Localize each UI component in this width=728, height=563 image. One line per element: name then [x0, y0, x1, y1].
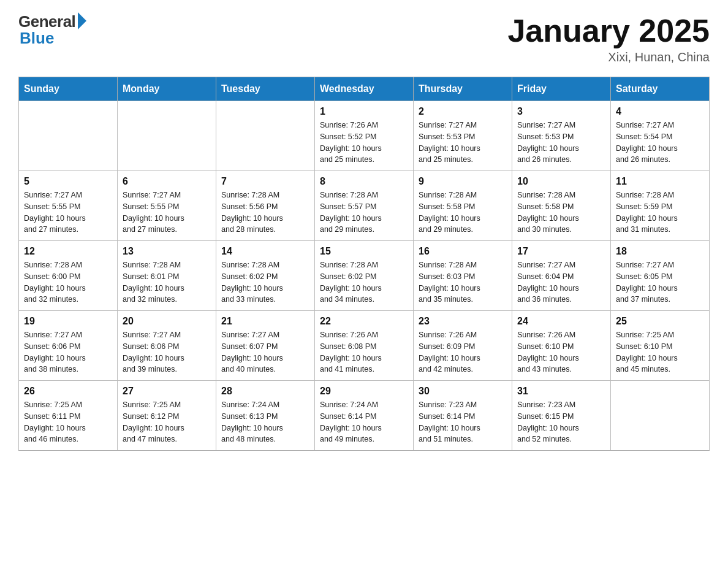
day-number: 27 — [123, 386, 211, 397]
calendar-cell — [611, 381, 710, 451]
calendar-cell: 7Sunrise: 7:28 AMSunset: 5:56 PMDaylight… — [216, 171, 315, 241]
calendar-week-row: 26Sunrise: 7:25 AMSunset: 6:11 PMDayligh… — [19, 381, 710, 451]
day-number: 15 — [320, 246, 408, 257]
calendar-cell: 18Sunrise: 7:27 AMSunset: 6:05 PMDayligh… — [611, 241, 710, 311]
calendar-cell: 9Sunrise: 7:28 AMSunset: 5:58 PMDaylight… — [414, 171, 512, 241]
calendar-header-sunday: Sunday — [19, 77, 118, 101]
day-number: 23 — [419, 316, 507, 327]
page-header: General Blue January 2025 Xixi, Hunan, C… — [18, 12, 710, 64]
calendar-header-friday: Friday — [512, 77, 611, 101]
calendar-cell: 4Sunrise: 7:27 AMSunset: 5:54 PMDaylight… — [611, 101, 710, 171]
day-number: 22 — [320, 316, 408, 327]
calendar-cell: 23Sunrise: 7:26 AMSunset: 6:09 PMDayligh… — [414, 311, 512, 381]
calendar-header-row: SundayMondayTuesdayWednesdayThursdayFrid… — [19, 77, 710, 101]
calendar-cell: 29Sunrise: 7:24 AMSunset: 6:14 PMDayligh… — [315, 381, 414, 451]
calendar-cell: 12Sunrise: 7:28 AMSunset: 6:00 PMDayligh… — [19, 241, 118, 311]
day-number: 1 — [320, 106, 408, 117]
calendar-header-saturday: Saturday — [611, 77, 710, 101]
logo: General Blue — [18, 12, 86, 48]
day-number: 20 — [123, 316, 211, 327]
calendar-week-row: 1Sunrise: 7:26 AMSunset: 5:52 PMDaylight… — [19, 101, 710, 171]
calendar-cell: 19Sunrise: 7:27 AMSunset: 6:06 PMDayligh… — [19, 311, 118, 381]
calendar-cell: 13Sunrise: 7:28 AMSunset: 6:01 PMDayligh… — [118, 241, 216, 311]
calendar-header-monday: Monday — [118, 77, 216, 101]
day-number: 5 — [24, 176, 112, 187]
calendar-cell: 8Sunrise: 7:28 AMSunset: 5:57 PMDaylight… — [315, 171, 414, 241]
logo-blue-text: Blue — [20, 29, 54, 48]
day-info: Sunrise: 7:28 AMSunset: 6:02 PMDaylight:… — [320, 259, 408, 305]
calendar-cell: 27Sunrise: 7:25 AMSunset: 6:12 PMDayligh… — [118, 381, 216, 451]
day-info: Sunrise: 7:26 AMSunset: 6:09 PMDaylight:… — [419, 329, 507, 375]
day-number: 18 — [616, 246, 704, 257]
day-number: 14 — [221, 246, 309, 257]
day-info: Sunrise: 7:27 AMSunset: 6:04 PMDaylight:… — [517, 259, 605, 305]
day-info: Sunrise: 7:28 AMSunset: 6:01 PMDaylight:… — [123, 259, 211, 305]
day-info: Sunrise: 7:28 AMSunset: 6:02 PMDaylight:… — [221, 259, 309, 305]
calendar-cell — [216, 101, 315, 171]
calendar-cell — [19, 101, 118, 171]
calendar-cell: 10Sunrise: 7:28 AMSunset: 5:58 PMDayligh… — [512, 171, 611, 241]
day-info: Sunrise: 7:27 AMSunset: 6:06 PMDaylight:… — [24, 329, 112, 375]
day-info: Sunrise: 7:27 AMSunset: 6:07 PMDaylight:… — [221, 329, 309, 375]
day-info: Sunrise: 7:27 AMSunset: 5:54 PMDaylight:… — [616, 120, 704, 166]
day-info: Sunrise: 7:27 AMSunset: 5:53 PMDaylight:… — [517, 120, 605, 166]
calendar-cell: 20Sunrise: 7:27 AMSunset: 6:06 PMDayligh… — [118, 311, 216, 381]
day-number: 19 — [24, 316, 112, 327]
day-number: 29 — [320, 386, 408, 397]
day-info: Sunrise: 7:28 AMSunset: 5:57 PMDaylight:… — [320, 190, 408, 236]
day-info: Sunrise: 7:27 AMSunset: 6:05 PMDaylight:… — [616, 259, 704, 305]
calendar-header-tuesday: Tuesday — [216, 77, 315, 101]
day-number: 31 — [517, 386, 605, 397]
day-info: Sunrise: 7:27 AMSunset: 5:53 PMDaylight:… — [419, 120, 507, 166]
day-info: Sunrise: 7:26 AMSunset: 5:52 PMDaylight:… — [320, 120, 408, 166]
day-number: 7 — [221, 176, 309, 187]
calendar-cell: 6Sunrise: 7:27 AMSunset: 5:55 PMDaylight… — [118, 171, 216, 241]
day-info: Sunrise: 7:28 AMSunset: 6:03 PMDaylight:… — [419, 259, 507, 305]
day-info: Sunrise: 7:26 AMSunset: 6:08 PMDaylight:… — [320, 329, 408, 375]
day-info: Sunrise: 7:28 AMSunset: 5:59 PMDaylight:… — [616, 190, 704, 236]
day-number: 13 — [123, 246, 211, 257]
day-info: Sunrise: 7:23 AMSunset: 6:15 PMDaylight:… — [517, 399, 605, 445]
calendar-week-row: 5Sunrise: 7:27 AMSunset: 5:55 PMDaylight… — [19, 171, 710, 241]
month-title: January 2025 — [507, 12, 710, 49]
calendar-cell: 5Sunrise: 7:27 AMSunset: 5:55 PMDaylight… — [19, 171, 118, 241]
calendar-week-row: 12Sunrise: 7:28 AMSunset: 6:00 PMDayligh… — [19, 241, 710, 311]
calendar-cell: 15Sunrise: 7:28 AMSunset: 6:02 PMDayligh… — [315, 241, 414, 311]
day-info: Sunrise: 7:24 AMSunset: 6:13 PMDaylight:… — [221, 399, 309, 445]
calendar-cell: 28Sunrise: 7:24 AMSunset: 6:13 PMDayligh… — [216, 381, 315, 451]
calendar-cell: 31Sunrise: 7:23 AMSunset: 6:15 PMDayligh… — [512, 381, 611, 451]
day-number: 21 — [221, 316, 309, 327]
calendar-header-wednesday: Wednesday — [315, 77, 414, 101]
calendar-week-row: 19Sunrise: 7:27 AMSunset: 6:06 PMDayligh… — [19, 311, 710, 381]
day-number: 3 — [517, 106, 605, 117]
calendar-cell: 26Sunrise: 7:25 AMSunset: 6:11 PMDayligh… — [19, 381, 118, 451]
day-info: Sunrise: 7:27 AMSunset: 5:55 PMDaylight:… — [24, 190, 112, 236]
day-info: Sunrise: 7:25 AMSunset: 6:10 PMDaylight:… — [616, 329, 704, 375]
title-section: January 2025 Xixi, Hunan, China — [507, 12, 710, 64]
day-info: Sunrise: 7:27 AMSunset: 6:06 PMDaylight:… — [123, 329, 211, 375]
day-number: 17 — [517, 246, 605, 257]
day-info: Sunrise: 7:24 AMSunset: 6:14 PMDaylight:… — [320, 399, 408, 445]
calendar-cell: 1Sunrise: 7:26 AMSunset: 5:52 PMDaylight… — [315, 101, 414, 171]
day-number: 9 — [419, 176, 507, 187]
calendar-cell: 14Sunrise: 7:28 AMSunset: 6:02 PMDayligh… — [216, 241, 315, 311]
day-info: Sunrise: 7:28 AMSunset: 5:58 PMDaylight:… — [419, 190, 507, 236]
calendar-cell: 16Sunrise: 7:28 AMSunset: 6:03 PMDayligh… — [414, 241, 512, 311]
day-number: 10 — [517, 176, 605, 187]
calendar-cell: 17Sunrise: 7:27 AMSunset: 6:04 PMDayligh… — [512, 241, 611, 311]
day-info: Sunrise: 7:27 AMSunset: 5:55 PMDaylight:… — [123, 190, 211, 236]
day-number: 25 — [616, 316, 704, 327]
calendar-cell: 25Sunrise: 7:25 AMSunset: 6:10 PMDayligh… — [611, 311, 710, 381]
day-number: 26 — [24, 386, 112, 397]
calendar-cell: 21Sunrise: 7:27 AMSunset: 6:07 PMDayligh… — [216, 311, 315, 381]
location-label: Xixi, Hunan, China — [507, 50, 710, 64]
calendar-cell: 3Sunrise: 7:27 AMSunset: 5:53 PMDaylight… — [512, 101, 611, 171]
calendar-header-thursday: Thursday — [414, 77, 512, 101]
day-number: 8 — [320, 176, 408, 187]
calendar-cell: 30Sunrise: 7:23 AMSunset: 6:14 PMDayligh… — [414, 381, 512, 451]
day-number: 6 — [123, 176, 211, 187]
calendar-cell: 2Sunrise: 7:27 AMSunset: 5:53 PMDaylight… — [414, 101, 512, 171]
calendar-cell — [118, 101, 216, 171]
day-number: 2 — [419, 106, 507, 117]
day-info: Sunrise: 7:23 AMSunset: 6:14 PMDaylight:… — [419, 399, 507, 445]
